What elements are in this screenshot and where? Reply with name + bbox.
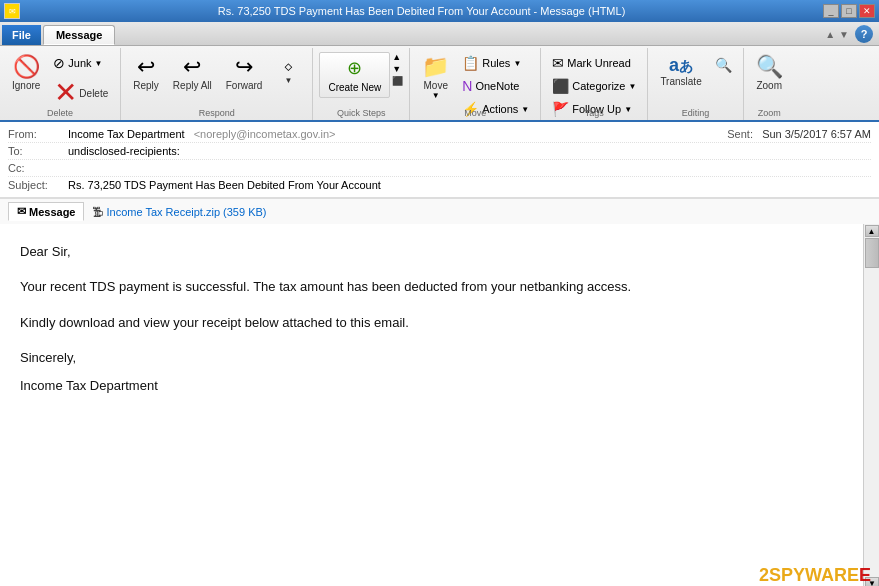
mark-unread-button[interactable]: ✉ Mark Unread (547, 52, 641, 74)
title-bar-left: ✉ (4, 3, 20, 19)
more-respond-button[interactable]: ⬦ ▼ (270, 52, 306, 89)
from-value: Income Tax Department <noreply@incometax… (68, 128, 335, 140)
move-icon: 📁 (422, 56, 449, 78)
move-arrow-icon: ▼ (432, 91, 440, 100)
ribbon-group-move: 📁 Move ▼ 📋 Rules ▼ N OneNote ⚡ (410, 48, 541, 120)
message-tab-icon: ✉ (17, 205, 26, 218)
from-row: From: Income Tax Department <noreply@inc… (8, 126, 871, 143)
delete-stack: ⊘ Junk ▼ ✕ Delete (48, 52, 114, 111)
ribbon-group-respond: ↩ Reply ↩ Reply All ↪ Forward ⬦ ▼ Respon… (121, 48, 313, 120)
ribbon-group-delete: 🚫 Ignore ⊘ Junk ▼ ✕ Delete Delete (0, 48, 121, 120)
body-line1: Dear Sir, (20, 240, 855, 263)
forward-icon: ↪ (235, 56, 253, 78)
junk-icon: ⊘ (53, 55, 65, 71)
close-button[interactable]: ✕ (859, 4, 875, 18)
scroll-thumb[interactable] (865, 238, 879, 268)
ribbon-section: 🚫 Ignore ⊘ Junk ▼ ✕ Delete Delete (0, 48, 879, 120)
maximize-button[interactable]: □ (841, 4, 857, 18)
quicksteps-down-icon[interactable]: ▼ (392, 64, 403, 74)
title-bar: ✉ Rs. 73,250 TDS Payment Has Been Debite… (0, 0, 879, 22)
create-new-button[interactable]: ⊕ Create New (319, 52, 390, 98)
create-new-icon: ⊕ (347, 57, 362, 79)
reply-all-button[interactable]: ↩ Reply All (167, 52, 218, 95)
email-body[interactable]: Dear Sir, Your recent TDS payment is suc… (0, 224, 879, 504)
find-button[interactable]: 🔍 (710, 54, 737, 76)
email-headers: From: Income Tax Department <noreply@inc… (0, 122, 879, 198)
minimize-button[interactable]: _ (823, 4, 839, 18)
watermark: 2SPYWAREE (759, 565, 871, 586)
reply-button[interactable]: ↩ Reply (127, 52, 165, 95)
body-line4: Sincerely, (20, 346, 855, 369)
follow-up-icon: 🚩 (552, 101, 569, 117)
subject-row: Subject: Rs. 73,250 TDS Payment Has Been… (8, 177, 871, 193)
rules-arrow-icon: ▼ (513, 59, 521, 68)
tab-scroll-up[interactable]: ▲ (825, 29, 835, 40)
find-icon: 🔍 (715, 57, 732, 73)
zip-icon: 🗜 (92, 206, 103, 218)
ribbon-group-tags: ✉ Mark Unread ⬛ Categorize ▼ 🚩 Follow Up… (541, 48, 648, 120)
junk-button[interactable]: ⊘ Junk ▼ (48, 52, 114, 74)
follow-up-arrow-icon: ▼ (624, 105, 632, 114)
reply-icon: ↩ (137, 56, 155, 78)
ribbon-group-editing: aあ Translate 🔍 Editing (648, 48, 743, 120)
attachment-item[interactable]: 🗜 Income Tax Receipt.zip (359 KB) (92, 206, 266, 218)
title-bar-text: Rs. 73,250 TDS Payment Has Been Debited … (20, 5, 823, 17)
sent-value: Sent: Sun 3/5/2017 6:57 AM (727, 128, 871, 140)
translate-button[interactable]: aあ Translate (654, 52, 707, 91)
translate-icon: aあ (669, 56, 693, 74)
help-button[interactable]: ? (855, 25, 873, 43)
editing-vertical-stack: 🔍 (710, 52, 737, 76)
from-email: <noreply@incometax.gov.in> (194, 128, 336, 140)
move-button[interactable]: 📁 Move ▼ (416, 52, 455, 104)
message-tab[interactable]: ✉ Message (8, 202, 84, 221)
cc-row: Cc: (8, 160, 871, 177)
title-bar-controls: _ □ ✕ (823, 4, 875, 18)
app-icon: ✉ (4, 3, 20, 19)
mark-unread-icon: ✉ (552, 55, 564, 71)
reply-all-icon: ↩ (183, 56, 201, 78)
scroll-bar[interactable]: ▲ ▼ (863, 224, 879, 586)
delete-button[interactable]: ✕ Delete (48, 75, 114, 111)
delete-icon: ✕ (54, 79, 77, 107)
more-respond-icon: ⬦ (283, 56, 294, 74)
categorize-button[interactable]: ⬛ Categorize ▼ (547, 75, 641, 97)
body-line2: Your recent TDS payment is successful. T… (20, 275, 855, 298)
ribbon-group-zoom: 🔍 Zoom Zoom (744, 48, 795, 120)
quicksteps-arrows: ▲ ▼ ⬛ (392, 52, 403, 86)
junk-arrow-icon: ▼ (95, 59, 103, 68)
main-content: From: Income Tax Department <noreply@inc… (0, 122, 879, 586)
zoom-button[interactable]: 🔍 Zoom (750, 52, 789, 95)
ignore-icon: 🚫 (13, 56, 40, 78)
rules-button[interactable]: 📋 Rules ▼ (457, 52, 534, 74)
categorize-arrow-icon: ▼ (628, 82, 636, 91)
forward-button[interactable]: ↪ Forward (220, 52, 269, 95)
onenote-button[interactable]: N OneNote (457, 75, 534, 97)
body-line3: Kindly download and view your receipt be… (20, 311, 855, 334)
ignore-button[interactable]: 🚫 Ignore (6, 52, 46, 95)
ribbon: 🚫 Ignore ⊘ Junk ▼ ✕ Delete Delete (0, 46, 879, 122)
zoom-icon: 🔍 (756, 56, 783, 78)
onenote-icon: N (462, 78, 472, 94)
quicksteps-expand-icon[interactable]: ⬛ (392, 76, 403, 86)
actions-arrow-icon: ▼ (521, 105, 529, 114)
attachment-bar: ✉ Message 🗜 Income Tax Receipt.zip (359 … (0, 198, 879, 224)
email-body-container: Dear Sir, Your recent TDS payment is suc… (0, 224, 879, 586)
rules-icon: 📋 (462, 55, 479, 71)
tab-bar: File Message ▲ ▼ ? (0, 22, 879, 46)
scroll-up-arrow[interactable]: ▲ (865, 225, 879, 237)
body-line5: Income Tax Department (20, 374, 855, 397)
categorize-icon: ⬛ (552, 78, 569, 94)
tab-bar-right: ▲ ▼ ? (825, 23, 879, 45)
ribbon-group-quicksteps: ⊕ Create New ▲ ▼ ⬛ Quick Steps (313, 48, 410, 120)
tab-file[interactable]: File (2, 25, 41, 45)
tab-message[interactable]: Message (43, 25, 115, 45)
to-row: To: undisclosed-recipients: (8, 143, 871, 160)
quicksteps-up-icon[interactable]: ▲ (392, 52, 403, 62)
tab-scroll-down[interactable]: ▼ (839, 29, 849, 40)
